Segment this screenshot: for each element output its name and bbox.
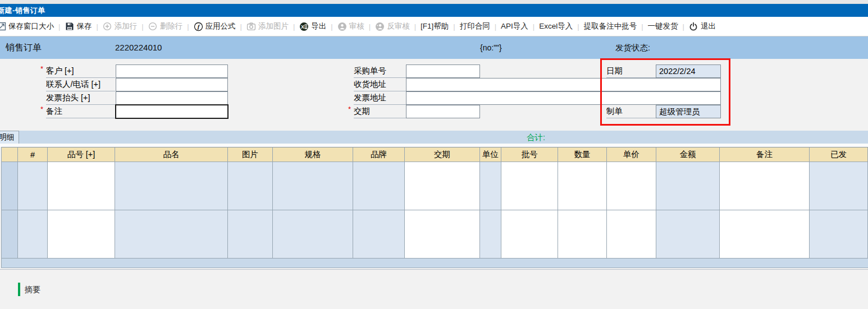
toolbar-item-label: Excel导入: [539, 21, 573, 31]
grid-cell[interactable]: [48, 162, 115, 210]
contact-phone-label: 联系人/电话 [+]: [46, 78, 115, 91]
extract-batch-no-button[interactable]: 提取备注中批号: [583, 21, 638, 31]
invoice-address-input[interactable]: [406, 91, 721, 105]
required-asterisk: *: [40, 105, 43, 113]
column-header-8: 单位: [480, 147, 501, 162]
order-form: * 客户 [+] 联系人/电话 [+] 发票抬头 [+] * 备注 采购单号 收…: [0, 59, 868, 131]
unaudit-person-icon: [375, 22, 385, 31]
ship-address-input[interactable]: [406, 78, 721, 91]
grid-cell[interactable]: [607, 210, 656, 259]
toolbar-item-label: 退出: [701, 21, 716, 31]
grid-cell[interactable]: [720, 210, 810, 259]
column-header-1: #: [18, 147, 48, 162]
window-titlebar: 新建-销售订单: [0, 4, 868, 17]
grid-cell[interactable]: [353, 210, 405, 259]
grid-cell[interactable]: [480, 210, 501, 259]
column-header-0: [1, 147, 18, 162]
delete-row-button: 删除行: [147, 21, 184, 31]
excel-import-button[interactable]: Excel导入: [538, 21, 574, 31]
invoice-title-input[interactable]: [116, 91, 228, 105]
column-header-12: 金额: [656, 147, 720, 162]
grid-body-row: [1, 210, 868, 259]
grid-cell[interactable]: [656, 162, 720, 210]
toolbar-item-label: 保存窗口大小: [8, 21, 54, 31]
exit-button[interactable]: 退出: [688, 21, 717, 31]
api-import-button[interactable]: API导入: [500, 21, 529, 31]
toolbar-separator: |: [237, 22, 245, 31]
ship-status-label: 发货状态:: [615, 43, 650, 53]
contact-phone-input[interactable]: [116, 78, 228, 91]
toolbar-separator: |: [366, 22, 374, 31]
detail-tab-band: 明细 合计:: [0, 131, 868, 144]
grid-cell[interactable]: [228, 210, 273, 259]
grid-cell[interactable]: [405, 210, 480, 259]
svg-text:f: f: [197, 23, 200, 30]
grid-cell[interactable]: [558, 162, 607, 210]
tab-detail-label: 明细: [0, 132, 15, 142]
customer-input[interactable]: [116, 64, 228, 78]
add-row-button: 添加行: [102, 21, 139, 31]
grid-cell[interactable]: [405, 162, 480, 210]
tab-detail[interactable]: 明细: [0, 131, 19, 144]
ship-address-label: 收货地址: [354, 78, 406, 91]
grid-body-row: [1, 162, 868, 210]
grid-cell[interactable]: [273, 162, 353, 210]
excel-export-icon: X: [299, 22, 309, 31]
grid-cell[interactable]: [501, 162, 558, 210]
grid-cell[interactable]: [353, 162, 405, 210]
save-icon: [65, 22, 74, 31]
grid-cell[interactable]: [558, 210, 607, 259]
grid-cell[interactable]: [115, 210, 228, 259]
resize-icon: [0, 22, 6, 31]
po-number-label: 采购单号: [354, 64, 406, 78]
toolbar-item-label: 导出: [311, 21, 326, 31]
toolbar-item-label: 一键发货: [648, 21, 678, 31]
remark-input[interactable]: [115, 104, 229, 119]
grid-cell[interactable]: [810, 162, 868, 210]
po-number-input[interactable]: [406, 64, 480, 78]
grid-footer-strip: [1, 259, 868, 268]
svg-text:X: X: [301, 24, 304, 30]
grid-cell[interactable]: [607, 162, 656, 210]
window-title: 新建-销售订单: [0, 6, 45, 16]
grid-cell[interactable]: [115, 162, 228, 210]
one-click-ship-button[interactable]: 一键发货: [647, 21, 679, 31]
print-contract-button[interactable]: 打印合同: [459, 21, 491, 31]
grid-cell[interactable]: [720, 162, 810, 210]
grid-cell[interactable]: [480, 162, 501, 210]
column-header-3: 品名: [115, 147, 228, 162]
order-date-label: 日期: [606, 64, 656, 78]
column-header-4: 图片: [228, 147, 273, 162]
column-header-9: 批号: [501, 147, 558, 162]
grid-cell[interactable]: [810, 210, 868, 259]
grid-cell[interactable]: [501, 210, 558, 259]
export-button[interactable]: X导出: [298, 21, 327, 31]
grid-cell[interactable]: [273, 210, 353, 259]
doc-type-label: 销售订单: [6, 42, 42, 54]
grid-cell[interactable]: [228, 162, 273, 210]
column-header-6: 品牌: [353, 147, 405, 162]
toolbar-item-label: 应用公式: [205, 21, 236, 31]
required-asterisk: *: [348, 105, 351, 113]
grid-cell[interactable]: [48, 210, 115, 259]
detail-grid: #品号 [+]品名图片规格品牌交期单位批号数量单价金额备注已发: [1, 147, 868, 268]
delivery-date-input[interactable]: [406, 105, 480, 118]
order-maker-field[interactable]: 超级管理员: [656, 105, 721, 118]
row-selector-cell[interactable]: [1, 210, 18, 259]
f1-help-button[interactable]: [F1]帮助: [419, 21, 450, 31]
required-asterisk: *: [40, 64, 43, 73]
invoice-address-label: 发票地址: [354, 91, 406, 105]
summary-marker: [18, 283, 20, 296]
save-button[interactable]: 保存: [63, 21, 93, 31]
save-window-size-button[interactable]: 保存窗口大小: [0, 21, 55, 31]
toolbar-separator: |: [93, 22, 101, 31]
grid-cell[interactable]: [18, 210, 48, 259]
invoice-title-label: 发票抬头 [+]: [46, 91, 115, 105]
row-selector-cell[interactable]: [1, 162, 18, 210]
order-date-field[interactable]: 2022/2/24: [656, 64, 721, 78]
toolbar-separator: |: [679, 22, 688, 31]
grid-cell[interactable]: [18, 162, 48, 210]
grid-cell[interactable]: [656, 210, 720, 259]
toolbar-item-label: 提取备注中批号: [584, 21, 637, 31]
apply-formula-button[interactable]: f应用公式: [193, 21, 237, 31]
